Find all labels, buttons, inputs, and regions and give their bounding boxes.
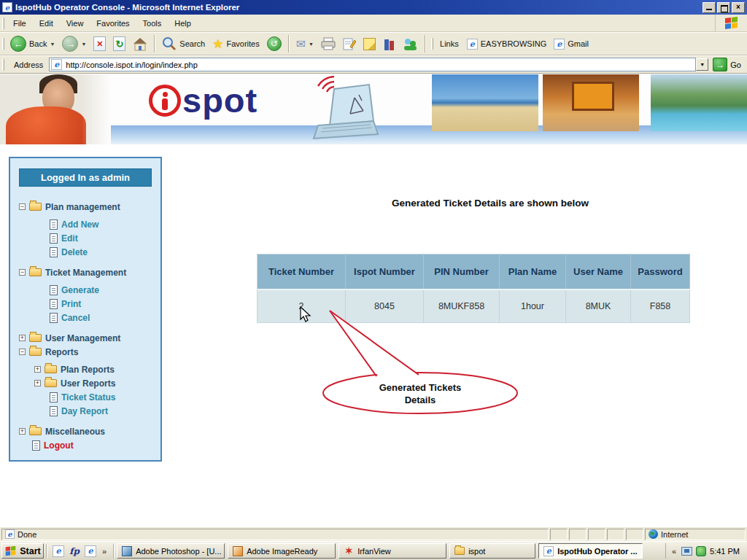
tree-link-edit[interactable]: Edit bbox=[10, 231, 160, 245]
collapse-icon[interactable]: − bbox=[19, 203, 26, 210]
start-button[interactable]: Start bbox=[1, 543, 44, 559]
go-label: Go bbox=[730, 61, 741, 69]
quick-launch: e fp e » bbox=[50, 545, 111, 557]
folder-icon bbox=[44, 379, 57, 387]
document-icon bbox=[50, 219, 58, 230]
tree-link-ticket-status[interactable]: Ticket Status bbox=[10, 390, 160, 404]
folder-icon bbox=[29, 334, 42, 342]
discuss-note-icon bbox=[363, 38, 376, 50]
document-icon bbox=[50, 233, 58, 244]
messenger-button[interactable] bbox=[400, 34, 422, 54]
collapse-icon[interactable]: − bbox=[19, 269, 26, 276]
menu-tools[interactable]: Tools bbox=[136, 16, 169, 31]
back-dropdown-icon[interactable]: ▼ bbox=[50, 42, 55, 47]
tree-folder-user-reports[interactable]: +User Reports bbox=[10, 376, 160, 390]
quicklaunch-browser-icon[interactable]: e bbox=[85, 545, 96, 557]
tree-link-logout[interactable]: Logout bbox=[10, 438, 160, 452]
home-button[interactable] bbox=[129, 34, 151, 54]
quicklaunch-ie-icon[interactable]: e bbox=[53, 545, 64, 557]
close-button[interactable]: × bbox=[732, 2, 745, 13]
address-bar: Address e http://console.ispot.in/login/… bbox=[0, 56, 747, 74]
collapse-icon[interactable]: − bbox=[19, 349, 26, 355]
status-message-pane: e Done bbox=[1, 529, 549, 540]
forward-icon: → bbox=[62, 36, 78, 52]
status-empty-pane bbox=[569, 529, 587, 540]
security-zone-pane: Internet bbox=[645, 529, 746, 540]
tree-folder-plan-management[interactable]: −Plan management bbox=[10, 200, 160, 214]
tree-folder-ticket-management[interactable]: −Ticket Management bbox=[10, 265, 160, 279]
task-ispothub-operator[interactable]: eIspotHub Operator ... bbox=[538, 543, 643, 559]
address-input[interactable]: e http://console.ispot.in/login/index.ph… bbox=[49, 58, 696, 71]
link-gmail[interactable]: e Gmail bbox=[550, 34, 592, 54]
minimize-button[interactable] bbox=[703, 2, 716, 13]
task-ispot[interactable]: ispot bbox=[449, 543, 535, 559]
menu-file[interactable]: File bbox=[7, 16, 33, 31]
address-dropdown-button[interactable]: ▼ bbox=[696, 58, 708, 71]
network-tray-icon[interactable] bbox=[681, 547, 692, 556]
tree-link-add-new[interactable]: Add New bbox=[10, 217, 160, 231]
table-cell: 8045 bbox=[346, 289, 424, 323]
mail-button[interactable]: ✉ ▼ bbox=[293, 34, 317, 54]
search-button[interactable]: Search bbox=[158, 34, 209, 54]
task-adobe-imageready[interactable]: Adobe ImageReady bbox=[228, 543, 336, 559]
go-button[interactable]: → Go bbox=[713, 58, 741, 71]
menu-help[interactable]: Help bbox=[168, 16, 198, 31]
start-label: Start bbox=[20, 546, 40, 556]
tree-folder-miscellaneous[interactable]: +Miscellaneous bbox=[10, 424, 160, 438]
back-label: Back bbox=[29, 39, 47, 48]
task-adobe-photoshop-u[interactable]: Adobe Photoshop - [U... bbox=[117, 543, 225, 559]
menu-view[interactable]: View bbox=[60, 16, 90, 31]
col-user-name: User Name bbox=[566, 254, 631, 289]
task-label: IrfanView bbox=[357, 547, 391, 556]
history-button[interactable]: ↺ bbox=[263, 34, 285, 54]
tree-folder-plan-reports[interactable]: +Plan Reports bbox=[10, 362, 160, 376]
research-button[interactable] bbox=[379, 34, 400, 54]
tree-folder-reports[interactable]: −Reports bbox=[10, 345, 160, 359]
links-grip bbox=[431, 38, 433, 50]
expand-icon[interactable]: + bbox=[34, 366, 41, 373]
tree-label: Delete bbox=[61, 247, 88, 257]
mail-dropdown-icon[interactable]: ▼ bbox=[309, 42, 314, 47]
back-button[interactable]: ← Back ▼ bbox=[7, 34, 58, 54]
tray-chevron[interactable]: « bbox=[670, 547, 678, 556]
tree-link-day-report[interactable]: Day Report bbox=[10, 404, 160, 418]
menu-edit[interactable]: Edit bbox=[33, 16, 60, 31]
quicklaunch-more-chevron[interactable]: » bbox=[101, 547, 108, 556]
refresh-button[interactable]: ↻ bbox=[109, 34, 129, 54]
research-icon bbox=[383, 37, 396, 50]
tree-folder-user-management[interactable]: +User Management bbox=[10, 331, 160, 345]
antivirus-tray-icon[interactable] bbox=[696, 546, 706, 556]
tree-link-generate[interactable]: Generate bbox=[10, 283, 160, 297]
document-icon bbox=[50, 285, 58, 295]
print-button[interactable] bbox=[317, 34, 339, 54]
discuss-button[interactable] bbox=[360, 34, 379, 54]
tree-label: Reports bbox=[45, 347, 78, 357]
tree-link-cancel[interactable]: Cancel bbox=[10, 311, 160, 324]
browser-window: e IspotHub Operator Console - Microsoft … bbox=[0, 0, 747, 560]
zone-text: Internet bbox=[661, 530, 688, 539]
expand-icon[interactable]: + bbox=[19, 335, 26, 341]
link-easybrowsing[interactable]: e EASYBROWSING bbox=[463, 34, 550, 54]
forward-dropdown-icon[interactable]: ▼ bbox=[81, 42, 86, 47]
task-irfanview[interactable]: ✶IrfanView bbox=[338, 543, 446, 559]
page-title: Generated Ticket Details are shown below bbox=[271, 198, 709, 209]
forward-button[interactable]: → ▼ bbox=[58, 34, 90, 54]
tree-link-delete[interactable]: Delete bbox=[10, 245, 160, 259]
stop-button[interactable]: ✕ bbox=[90, 34, 109, 54]
expand-icon[interactable]: + bbox=[34, 380, 41, 386]
tree-label: User Reports bbox=[61, 378, 115, 389]
menu-favorites[interactable]: Favorites bbox=[90, 16, 136, 31]
expand-icon[interactable]: + bbox=[19, 428, 26, 435]
document-icon bbox=[50, 313, 58, 323]
favorites-button[interactable]: ★ Favorites bbox=[209, 34, 263, 54]
edit-button[interactable] bbox=[339, 34, 360, 54]
document-icon bbox=[32, 440, 40, 451]
taskbar-divider bbox=[113, 544, 115, 559]
tree-label: Cancel bbox=[61, 313, 90, 323]
window-title: IspotHub Operator Console - Microsoft In… bbox=[15, 3, 700, 12]
quicklaunch-frontpage-icon[interactable]: fp bbox=[69, 545, 80, 557]
tree-link-print[interactable]: Print bbox=[10, 297, 160, 311]
restore-button[interactable] bbox=[717, 2, 730, 13]
status-empty-pane bbox=[550, 529, 568, 540]
task-label: ispot bbox=[468, 547, 485, 556]
